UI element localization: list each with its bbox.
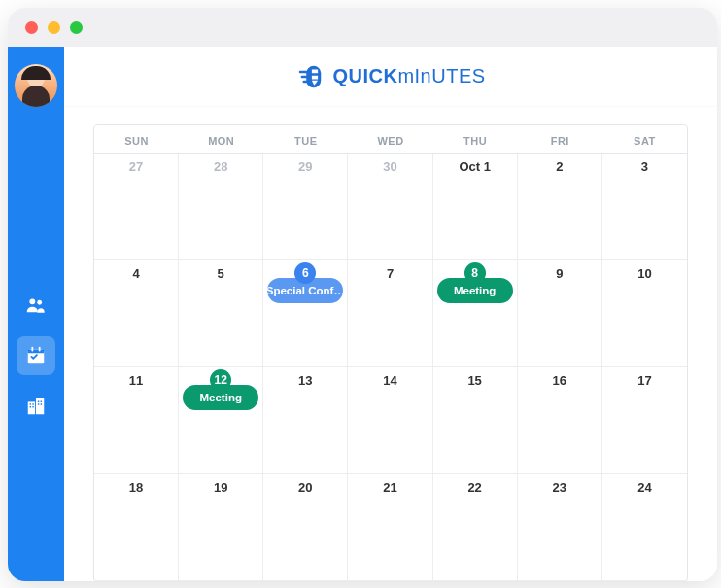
calendar-cell[interactable]: 21 <box>348 474 432 581</box>
day-number: 15 <box>433 369 517 390</box>
svg-rect-19 <box>303 80 308 83</box>
day-number: 21 <box>348 476 431 497</box>
day-number: 18 <box>94 476 178 497</box>
sidebar <box>8 47 64 581</box>
calendar-cell[interactable]: 3 <box>602 154 687 260</box>
calendar-cell[interactable]: 18 <box>94 474 179 581</box>
main: QUICKmInUTES SUN MON TUE WED THU FRI SAT… <box>64 47 717 581</box>
calendar-cell[interactable]: 30 <box>348 154 432 260</box>
svg-rect-12 <box>38 401 39 402</box>
svg-rect-9 <box>32 403 33 404</box>
day-number: 14 <box>348 369 431 390</box>
header-mon: MON <box>179 125 263 153</box>
header-thu: THU <box>433 125 518 153</box>
day-number: 30 <box>348 156 431 176</box>
calendar-cell[interactable]: 7 <box>348 260 432 367</box>
app-window: QUICKmInUTES SUN MON TUE WED THU FRI SAT… <box>8 8 717 581</box>
header-tue: TUE <box>263 125 348 153</box>
svg-rect-18 <box>301 75 308 78</box>
header-sat: SAT <box>602 125 687 153</box>
calendar-cell[interactable]: Oct 1 <box>433 154 518 260</box>
svg-rect-11 <box>32 406 33 407</box>
calendar-wrap: SUN MON TUE WED THU FRI SAT 27282930Oct … <box>64 107 717 581</box>
logo-text: QUICKmInUTES <box>332 65 485 87</box>
calendar-header: SUN MON TUE WED THU FRI SAT <box>94 125 687 154</box>
calendar-cell[interactable]: 14 <box>348 367 432 474</box>
svg-rect-6 <box>28 401 35 414</box>
sidebar-nav <box>17 286 55 426</box>
calendar-cell[interactable]: 12Meeting <box>179 367 263 474</box>
svg-rect-10 <box>30 406 31 407</box>
svg-point-1 <box>37 300 42 305</box>
calendar-body: 27282930Oct 123456Special Conf…78Meeting… <box>94 154 687 581</box>
calendar-cell[interactable]: 28 <box>179 154 263 260</box>
svg-rect-14 <box>38 403 39 404</box>
calendar-cell[interactable]: 4 <box>94 260 179 367</box>
window-close-button[interactable] <box>25 21 38 34</box>
day-number: 10 <box>602 262 687 283</box>
day-marker: 12 <box>210 369 231 391</box>
calendar-cell[interactable]: 17 <box>602 367 687 474</box>
calendar-cell[interactable]: 19 <box>179 474 263 581</box>
svg-rect-4 <box>31 347 33 352</box>
window-maximize-button[interactable] <box>70 21 83 34</box>
calendar-cell[interactable]: 15 <box>433 367 518 474</box>
svg-rect-15 <box>41 403 42 404</box>
calendar-cell[interactable]: 22 <box>433 474 518 581</box>
sidebar-item-buildings[interactable] <box>17 387 55 426</box>
svg-rect-3 <box>28 350 45 354</box>
header-wed: WED <box>348 125 432 153</box>
people-icon <box>25 294 47 316</box>
calendar-cell[interactable]: 20 <box>263 474 348 581</box>
calendar-cell[interactable]: 9 <box>518 260 602 367</box>
avatar[interactable] <box>15 64 57 107</box>
header-fri: FRI <box>518 125 602 153</box>
calendar-icon <box>25 345 47 366</box>
day-number: 27 <box>94 156 178 176</box>
svg-rect-5 <box>39 347 41 352</box>
day-number: 2 <box>518 156 601 176</box>
day-number: 24 <box>602 476 687 497</box>
svg-rect-7 <box>36 398 44 415</box>
window-minimize-button[interactable] <box>48 21 60 34</box>
app-body: QUICKmInUTES SUN MON TUE WED THU FRI SAT… <box>8 47 717 581</box>
svg-rect-17 <box>299 70 308 73</box>
calendar-cell[interactable]: 29 <box>263 154 348 260</box>
calendar-cell[interactable]: 27 <box>94 154 179 260</box>
sidebar-item-calendar[interactable] <box>17 336 55 375</box>
day-marker: 6 <box>294 262 316 284</box>
calendar-cell[interactable]: 13 <box>263 367 348 474</box>
day-number: 19 <box>179 476 262 497</box>
day-number: 7 <box>348 262 431 283</box>
logo-icon <box>295 62 325 91</box>
calendar-cell[interactable]: 5 <box>179 260 263 367</box>
day-number: 17 <box>602 369 687 390</box>
svg-point-0 <box>29 298 35 304</box>
calendar-cell[interactable]: 10 <box>602 260 687 367</box>
day-number: 16 <box>518 369 601 390</box>
day-number: 9 <box>518 262 601 283</box>
day-marker: 8 <box>464 262 486 284</box>
day-number: 28 <box>179 156 262 176</box>
calendar-cell[interactable]: 24 <box>602 474 687 581</box>
sidebar-item-people[interactable] <box>17 286 55 325</box>
day-number: 4 <box>94 262 178 283</box>
window-titlebar <box>8 8 717 47</box>
day-number: 13 <box>263 369 347 390</box>
calendar-cell[interactable]: 2 <box>518 154 602 260</box>
day-number: Oct 1 <box>433 156 517 176</box>
calendar-cell[interactable]: 8Meeting <box>433 260 518 367</box>
day-number: 29 <box>263 156 347 176</box>
calendar-cell[interactable]: 6Special Conf… <box>263 260 348 367</box>
calendar: SUN MON TUE WED THU FRI SAT 27282930Oct … <box>93 124 688 581</box>
calendar-cell[interactable]: 23 <box>518 474 602 581</box>
svg-rect-13 <box>41 401 42 402</box>
topbar: QUICKmInUTES <box>64 47 717 107</box>
calendar-cell[interactable]: 11 <box>94 367 179 474</box>
calendar-cell[interactable]: 16 <box>518 367 602 474</box>
day-number: 22 <box>433 476 517 497</box>
header-sun: SUN <box>94 125 179 153</box>
day-number: 20 <box>263 476 347 497</box>
buildings-icon <box>25 396 47 417</box>
day-number: 3 <box>602 156 687 176</box>
